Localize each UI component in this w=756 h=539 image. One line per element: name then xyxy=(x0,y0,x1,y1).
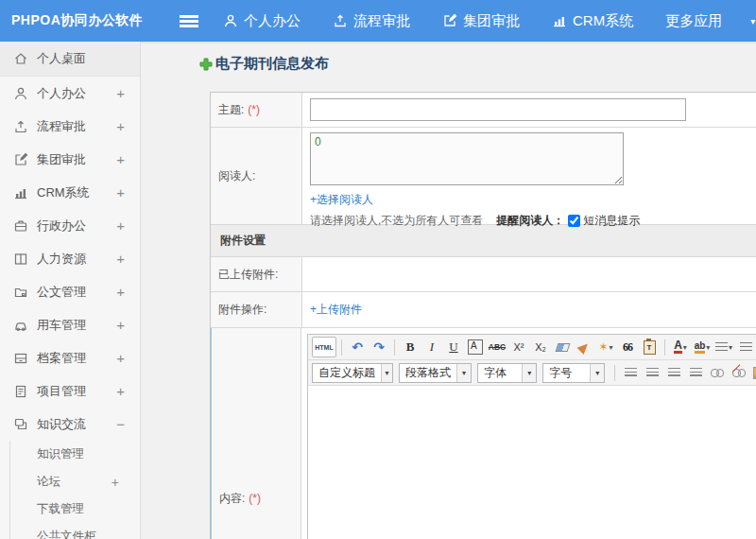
bold-button[interactable]: B xyxy=(400,337,421,357)
editor-content-area[interactable] xyxy=(308,386,756,539)
superscript-button[interactable]: X² xyxy=(508,337,529,357)
subject-input[interactable] xyxy=(310,98,686,121)
sidebar-subitem-download-management[interactable]: 下载管理 xyxy=(10,496,140,523)
top-bar: PHPOA协同办公软件 个人办公 流程审批 集团审批 CRM系统 更多应用 ▾ xyxy=(0,0,756,42)
sidebar-item-label: 项目管理 xyxy=(37,383,86,400)
remove-link-button[interactable] xyxy=(729,362,749,383)
brush-icon xyxy=(577,340,592,355)
sidebar-item-label: 人力资源 xyxy=(37,251,86,268)
expand-icon[interactable]: + xyxy=(116,317,125,333)
sidebar-item-crm-system[interactable]: CRM系统 + xyxy=(0,176,140,209)
expand-icon[interactable]: + xyxy=(116,85,125,101)
attachment-section-title: 附件设置 xyxy=(220,233,266,249)
app-logo: PHPOA协同办公软件 xyxy=(0,12,180,29)
plus-green-icon xyxy=(199,58,213,71)
sidebar-subitem-knowledge-management[interactable]: 知识管理 xyxy=(10,441,140,468)
expand-icon[interactable]: + xyxy=(116,184,125,200)
caret-down-icon: ▾ xyxy=(610,343,613,352)
folder-icon xyxy=(13,285,28,300)
toolbar-separator xyxy=(341,339,342,356)
sidebar-item-project-management[interactable]: 项目管理 + xyxy=(0,374,140,408)
sidebar-item-label: 个人办公 xyxy=(37,85,86,102)
remind-readers-label: 提醒阅读人： xyxy=(496,213,564,229)
custom-heading-select[interactable]: 自定义标题 ▾ xyxy=(312,363,393,383)
align-right-button[interactable] xyxy=(663,362,684,383)
nav-workflow-approval[interactable]: 流程审批 xyxy=(333,12,410,30)
nav-personal-office[interactable]: 个人办公 xyxy=(223,12,301,30)
sidebar-item-label: 公文管理 xyxy=(37,284,86,301)
expand-icon[interactable]: + xyxy=(116,151,125,167)
sidebar-subitem-label: 公共文件柜 xyxy=(37,529,96,539)
font-style-button[interactable]: A xyxy=(468,339,483,355)
font-color-button[interactable]: A▾ xyxy=(670,337,691,357)
ordered-list-button[interactable]: ▾ xyxy=(713,337,734,357)
unordered-list-icon xyxy=(740,342,752,352)
sidebar-item-label: 集团审批 xyxy=(37,151,86,168)
insert-image-button[interactable] xyxy=(750,362,756,383)
undo-icon[interactable]: ↶ xyxy=(347,337,368,357)
expand-icon[interactable]: + xyxy=(116,251,125,267)
caret-down-icon: ▾ xyxy=(522,364,536,382)
sidebar: 个人桌面 个人办公 + 流程审批 + 集团审批 + CRM系统 + 行政办公 +… xyxy=(0,42,141,539)
expand-icon[interactable]: + xyxy=(116,350,125,366)
unordered-list-button[interactable] xyxy=(735,337,756,357)
collapse-icon[interactable]: − xyxy=(116,416,125,432)
sidebar-item-administration[interactable]: 行政办公 + xyxy=(0,209,140,242)
hamburger-icon[interactable] xyxy=(180,15,198,27)
expand-icon[interactable]: + xyxy=(116,284,125,300)
sidebar-subitem-forum[interactable]: 论坛 + xyxy=(10,468,140,496)
upload-attachment-link[interactable]: +上传附件 xyxy=(310,302,362,318)
sidebar-item-personal-desktop[interactable]: 个人桌面 xyxy=(0,42,140,77)
nav-more-apps[interactable]: 更多应用 xyxy=(665,12,722,30)
align-left-button[interactable] xyxy=(620,362,641,383)
publish-form: 主题: (*) 阅读人: 0 +选择阅读人 请选择阅读人,不选为所有人可查看 提… xyxy=(210,92,756,539)
redo-icon[interactable]: ↷ xyxy=(369,337,389,357)
expand-icon[interactable]: + xyxy=(116,217,125,234)
select-readers-link[interactable]: +选择阅读人 xyxy=(310,193,373,206)
sms-notify-checkbox[interactable] xyxy=(568,215,580,227)
editor-toolbar-row-1: HTML ↶ ↷ B I U A ABC X² X₂ ✶ xyxy=(308,335,756,360)
sidebar-item-group-approval[interactable]: 集团审批 + xyxy=(0,143,140,176)
autoformat-button[interactable]: ✶▾ xyxy=(595,337,616,357)
font-size-select[interactable]: 字号 ▾ xyxy=(542,363,605,383)
highlighter-icon: ab xyxy=(695,341,706,354)
readers-textarea[interactable]: 0 xyxy=(310,132,624,185)
align-justify-button[interactable] xyxy=(685,362,706,383)
highlight-color-button[interactable]: ab▾ xyxy=(692,337,713,357)
nav-crm-system[interactable]: CRM系统 xyxy=(552,12,633,30)
italic-button[interactable]: I xyxy=(421,337,442,357)
underline-button[interactable]: U xyxy=(443,337,464,357)
sidebar-item-document-management[interactable]: 公文管理 + xyxy=(0,275,140,308)
chat-icon xyxy=(13,417,28,432)
sidebar-item-human-resources[interactable]: 人力资源 + xyxy=(0,242,140,275)
sidebar-item-vehicle-management[interactable]: 用车管理 + xyxy=(0,308,140,341)
paste-text-button[interactable]: T xyxy=(639,337,660,357)
sidebar-item-workflow-approval[interactable]: 流程审批 + xyxy=(0,110,140,143)
html-source-button[interactable]: HTML xyxy=(312,337,336,357)
strikethrough-button[interactable]: ABC xyxy=(487,337,507,357)
chart-icon xyxy=(552,13,567,28)
align-center-button[interactable] xyxy=(642,362,662,383)
caret-down-icon[interactable]: ▾ xyxy=(750,16,755,26)
eraser-icon xyxy=(555,343,570,352)
toolbar-separator xyxy=(664,339,665,356)
eraser-button[interactable] xyxy=(552,337,573,357)
insert-link-button[interactable] xyxy=(707,362,728,383)
format-brush-button[interactable] xyxy=(574,337,594,357)
expand-icon[interactable]: + xyxy=(116,383,125,399)
sidebar-item-archive-management[interactable]: 档案管理 + xyxy=(0,341,140,374)
image-icon xyxy=(753,367,756,379)
blockquote-button[interactable]: 66 xyxy=(617,337,638,357)
user-icon xyxy=(223,13,238,28)
expand-icon[interactable]: + xyxy=(112,475,119,490)
sidebar-subitem-public-file-cabinet[interactable]: 公共文件柜 xyxy=(10,523,140,539)
sidebar-item-knowledge-exchange[interactable]: 知识交流 − xyxy=(0,408,140,441)
subscript-button[interactable]: X₂ xyxy=(530,337,551,357)
nav-group-approval[interactable]: 集团审批 xyxy=(442,12,520,30)
toolbar-separator xyxy=(394,339,395,356)
sidebar-item-personal-office[interactable]: 个人办公 + xyxy=(0,77,140,110)
paragraph-format-select[interactable]: 段落格式 ▾ xyxy=(399,363,472,383)
font-family-select[interactable]: 字体 ▾ xyxy=(477,363,537,383)
main-content: 电子期刊信息发布 主题: (*) 阅读人: 0 +选择阅读人 xyxy=(141,42,756,539)
expand-icon[interactable]: + xyxy=(116,118,125,134)
